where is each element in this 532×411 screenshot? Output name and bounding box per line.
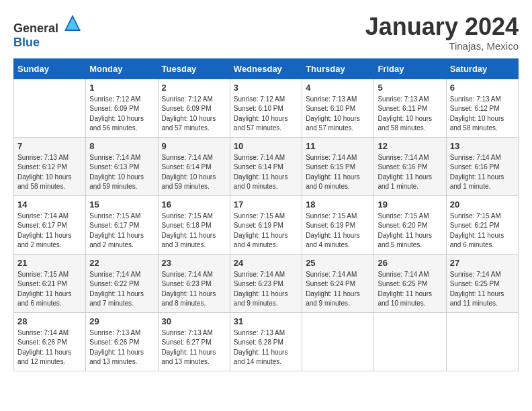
calendar-cell: 23Sunrise: 7:14 AMSunset: 6:23 PMDayligh… [158, 254, 230, 312]
day-number: 29 [89, 316, 154, 326]
day-number: 1 [89, 83, 154, 93]
cell-info: Sunrise: 7:13 AMSunset: 6:27 PMDaylight:… [162, 328, 226, 367]
day-number: 31 [234, 316, 298, 326]
cell-info: Sunrise: 7:14 AMSunset: 6:25 PMDaylight:… [450, 270, 515, 309]
cell-info: Sunrise: 7:15 AMSunset: 6:21 PMDaylight:… [17, 270, 82, 309]
logo-text: General Blue [13, 13, 82, 50]
calendar-cell: 6Sunrise: 7:13 AMSunset: 6:12 PMDaylight… [446, 79, 518, 137]
cell-info: Sunrise: 7:14 AMSunset: 6:15 PMDaylight:… [306, 153, 370, 192]
cell-info: Sunrise: 7:14 AMSunset: 6:23 PMDaylight:… [162, 270, 226, 309]
cell-info: Sunrise: 7:15 AMSunset: 6:17 PMDaylight:… [89, 212, 154, 250]
calendar-cell: 3Sunrise: 7:12 AMSunset: 6:10 PMDaylight… [230, 79, 302, 137]
logo: General Blue [13, 13, 82, 50]
calendar-cell [446, 312, 518, 371]
day-number: 18 [306, 199, 370, 210]
day-number: 20 [450, 199, 515, 210]
cell-info: Sunrise: 7:13 AMSunset: 6:28 PMDaylight:… [234, 328, 298, 367]
cell-info: Sunrise: 7:12 AMSunset: 6:10 PMDaylight:… [234, 95, 298, 134]
week-row-1: 1Sunrise: 7:12 AMSunset: 6:09 PMDaylight… [14, 79, 519, 137]
day-number: 11 [306, 141, 370, 151]
cell-info: Sunrise: 7:15 AMSunset: 6:20 PMDaylight:… [378, 212, 442, 250]
title-block: January 2024 Tinajas, Mexico [365, 13, 519, 52]
day-number: 25 [306, 258, 370, 268]
calendar-cell: 17Sunrise: 7:15 AMSunset: 6:19 PMDayligh… [230, 195, 302, 254]
cell-info: Sunrise: 7:14 AMSunset: 6:14 PMDaylight:… [162, 153, 226, 192]
day-number: 24 [234, 258, 298, 268]
day-number: 3 [234, 83, 298, 93]
day-number: 9 [162, 141, 226, 151]
cell-info: Sunrise: 7:14 AMSunset: 6:17 PMDaylight:… [17, 212, 82, 250]
day-number: 22 [89, 258, 154, 268]
day-number: 26 [378, 258, 442, 268]
calendar-cell: 13Sunrise: 7:14 AMSunset: 6:16 PMDayligh… [446, 137, 518, 195]
cell-info: Sunrise: 7:15 AMSunset: 6:18 PMDaylight:… [162, 212, 226, 250]
month-year-title: January 2024 [365, 13, 519, 40]
day-number: 6 [450, 83, 515, 93]
day-number: 8 [89, 141, 154, 151]
calendar-cell: 5Sunrise: 7:13 AMSunset: 6:11 PMDaylight… [374, 79, 446, 137]
day-number: 7 [17, 141, 82, 151]
day-header-wednesday: Wednesday [230, 58, 302, 79]
header-row: SundayMondayTuesdayWednesdayThursdayFrid… [14, 58, 519, 79]
calendar-cell: 16Sunrise: 7:15 AMSunset: 6:18 PMDayligh… [158, 195, 230, 254]
calendar-cell: 12Sunrise: 7:14 AMSunset: 6:16 PMDayligh… [374, 137, 446, 195]
calendar-cell [302, 312, 374, 371]
day-header-tuesday: Tuesday [158, 58, 230, 79]
day-number: 28 [17, 316, 82, 326]
cell-info: Sunrise: 7:13 AMSunset: 6:10 PMDaylight:… [306, 95, 370, 134]
calendar-cell: 2Sunrise: 7:12 AMSunset: 6:09 PMDaylight… [158, 79, 230, 137]
calendar-cell: 28Sunrise: 7:14 AMSunset: 6:26 PMDayligh… [14, 312, 86, 371]
day-header-friday: Friday [374, 58, 446, 79]
page-header: General Blue January 2024 Tinajas, Mexic… [13, 13, 519, 52]
cell-info: Sunrise: 7:14 AMSunset: 6:16 PMDaylight:… [450, 153, 515, 192]
cell-info: Sunrise: 7:14 AMSunset: 6:22 PMDaylight:… [89, 270, 154, 309]
calendar-cell [374, 312, 446, 371]
day-number: 12 [378, 141, 442, 151]
calendar-cell: 11Sunrise: 7:14 AMSunset: 6:15 PMDayligh… [302, 137, 374, 195]
cell-info: Sunrise: 7:13 AMSunset: 6:12 PMDaylight:… [17, 153, 82, 192]
cell-info: Sunrise: 7:14 AMSunset: 6:26 PMDaylight:… [17, 328, 82, 367]
week-row-5: 28Sunrise: 7:14 AMSunset: 6:26 PMDayligh… [14, 312, 519, 371]
day-number: 30 [162, 316, 226, 326]
cell-info: Sunrise: 7:15 AMSunset: 6:19 PMDaylight:… [306, 212, 370, 250]
day-number: 23 [162, 258, 226, 268]
logo-icon [63, 13, 82, 32]
calendar-cell: 7Sunrise: 7:13 AMSunset: 6:12 PMDaylight… [14, 137, 86, 195]
cell-info: Sunrise: 7:15 AMSunset: 6:21 PMDaylight:… [450, 212, 515, 250]
day-number: 15 [89, 199, 154, 210]
day-header-saturday: Saturday [446, 58, 518, 79]
week-row-3: 14Sunrise: 7:14 AMSunset: 6:17 PMDayligh… [14, 195, 519, 254]
cell-info: Sunrise: 7:14 AMSunset: 6:14 PMDaylight:… [234, 153, 298, 192]
calendar-cell: 31Sunrise: 7:13 AMSunset: 6:28 PMDayligh… [230, 312, 302, 371]
day-number: 19 [378, 199, 442, 210]
day-number: 16 [162, 199, 226, 210]
cell-info: Sunrise: 7:14 AMSunset: 6:24 PMDaylight:… [306, 270, 370, 309]
calendar-cell: 25Sunrise: 7:14 AMSunset: 6:24 PMDayligh… [302, 254, 374, 312]
calendar-cell: 21Sunrise: 7:15 AMSunset: 6:21 PMDayligh… [14, 254, 86, 312]
calendar-table: SundayMondayTuesdayWednesdayThursdayFrid… [13, 58, 519, 371]
calendar-cell: 10Sunrise: 7:14 AMSunset: 6:14 PMDayligh… [230, 137, 302, 195]
calendar-cell: 22Sunrise: 7:14 AMSunset: 6:22 PMDayligh… [86, 254, 158, 312]
day-header-thursday: Thursday [302, 58, 374, 79]
week-row-4: 21Sunrise: 7:15 AMSunset: 6:21 PMDayligh… [14, 254, 519, 312]
cell-info: Sunrise: 7:15 AMSunset: 6:19 PMDaylight:… [234, 212, 298, 250]
cell-info: Sunrise: 7:14 AMSunset: 6:16 PMDaylight:… [378, 153, 442, 192]
day-number: 10 [234, 141, 298, 151]
logo-general: General [13, 21, 58, 35]
calendar-cell: 27Sunrise: 7:14 AMSunset: 6:25 PMDayligh… [446, 254, 518, 312]
calendar-cell: 8Sunrise: 7:14 AMSunset: 6:13 PMDaylight… [86, 137, 158, 195]
calendar-cell: 30Sunrise: 7:13 AMSunset: 6:27 PMDayligh… [158, 312, 230, 371]
day-number: 21 [17, 258, 82, 268]
calendar-cell: 15Sunrise: 7:15 AMSunset: 6:17 PMDayligh… [86, 195, 158, 254]
cell-info: Sunrise: 7:13 AMSunset: 6:11 PMDaylight:… [378, 95, 442, 134]
calendar-cell [14, 79, 86, 137]
cell-info: Sunrise: 7:13 AMSunset: 6:26 PMDaylight:… [89, 328, 154, 367]
day-number: 13 [450, 141, 515, 151]
location-subtitle: Tinajas, Mexico [365, 40, 519, 52]
calendar-cell: 1Sunrise: 7:12 AMSunset: 6:09 PMDaylight… [86, 79, 158, 137]
calendar-cell: 19Sunrise: 7:15 AMSunset: 6:20 PMDayligh… [374, 195, 446, 254]
day-header-sunday: Sunday [14, 58, 86, 79]
calendar-cell: 20Sunrise: 7:15 AMSunset: 6:21 PMDayligh… [446, 195, 518, 254]
cell-info: Sunrise: 7:14 AMSunset: 6:23 PMDaylight:… [234, 270, 298, 309]
day-header-monday: Monday [86, 58, 158, 79]
